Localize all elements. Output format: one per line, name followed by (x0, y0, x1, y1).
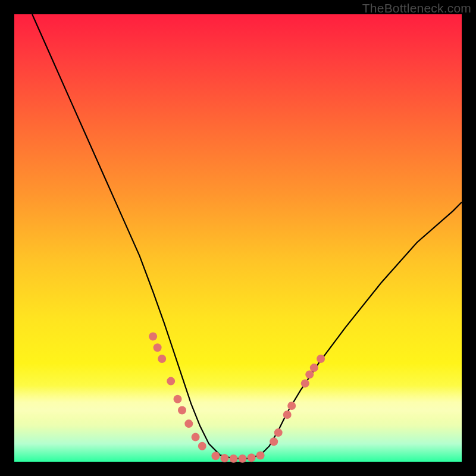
data-point (192, 433, 200, 441)
chart-frame: TheBottleneck.com (0, 0, 476, 476)
watermark-text: TheBottleneck.com (362, 1, 471, 15)
data-points (149, 332, 325, 462)
data-point (287, 402, 296, 410)
data-point (301, 379, 309, 387)
data-point (158, 355, 166, 363)
data-point (239, 455, 247, 463)
data-point (149, 332, 157, 340)
data-point (154, 343, 162, 352)
data-point (167, 377, 175, 386)
data-point (310, 364, 318, 372)
data-point (283, 411, 292, 419)
data-point (270, 437, 278, 446)
data-point (220, 454, 228, 462)
data-point (317, 355, 325, 363)
chart-svg (14, 14, 462, 462)
data-point (198, 442, 206, 450)
data-point (230, 455, 238, 463)
data-point (178, 406, 186, 415)
bottleneck-curve (32, 14, 462, 459)
data-point (211, 452, 220, 460)
data-point (174, 395, 182, 403)
data-point (248, 453, 256, 462)
data-point (184, 419, 193, 428)
data-point (256, 452, 265, 460)
plot-area (14, 14, 462, 462)
data-point (274, 428, 283, 437)
